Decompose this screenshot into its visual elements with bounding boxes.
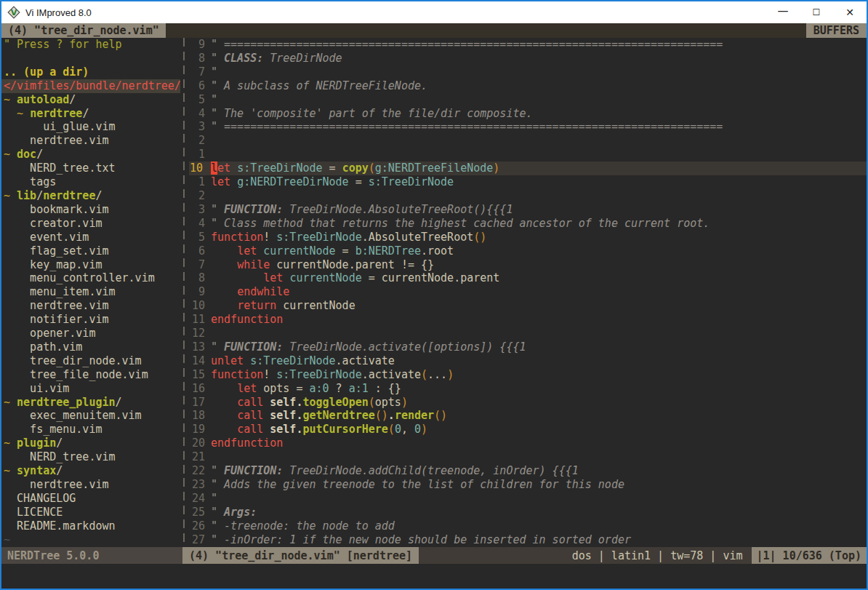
code-line[interactable]: 25" Args: [189, 506, 867, 519]
code-line[interactable]: 5function! s:TreeDirNode.AbsoluteTreeRoo… [189, 231, 867, 244]
tree-item[interactable]: ~ lib/nerdtree/ [1, 189, 180, 203]
tree-item[interactable]: path.vim [1, 340, 180, 354]
code-line[interactable]: 8 let currentNode = currentNode.parent [189, 271, 867, 285]
window-title: Vi IMproved 8.0 [25, 7, 92, 18]
code-line[interactable]: 3" FUNCTION: TreeDirNode.AbsoluteTreeRoo… [189, 203, 867, 217]
code-line[interactable]: 15function! s:TreeDirNode.activate(...) [189, 368, 867, 382]
tree-item[interactable]: flag_set.vim [1, 244, 180, 258]
minimize-button[interactable]: — [766, 1, 800, 23]
close-button[interactable]: ✕ [833, 1, 867, 23]
code-line[interactable]: 20endfunction [189, 436, 867, 450]
tree-item[interactable]: tree_file_node.vim [1, 368, 180, 382]
tree-item[interactable]: ~ nerdtree_plugin/ [1, 396, 180, 410]
line-number: 2 [189, 134, 211, 148]
line-number: 18 [189, 409, 211, 423]
code-line[interactable]: 7" [189, 65, 867, 79]
tree-item[interactable]: key_map.vim [1, 258, 180, 272]
tree-item[interactable]: ~ [1, 533, 180, 547]
line-number: 5 [189, 231, 211, 244]
code-line[interactable]: 21 [189, 450, 867, 464]
code-line[interactable]: 9" =====================================… [189, 38, 867, 52]
tree-item[interactable]: fs_menu.vim [1, 423, 180, 436]
window-controls: — ☐ ✕ [766, 1, 867, 23]
tree-item[interactable]: ~ autoload/ [1, 93, 180, 107]
tree-item[interactable]: exec_menuitem.vim [1, 409, 180, 423]
tree-item[interactable]: opener.vim [1, 327, 180, 340]
code-line[interactable]: 17 call self.toggleOpen(opts) [189, 396, 867, 410]
code-line[interactable]: 9 endwhile [189, 285, 867, 299]
line-number: 27 [189, 533, 211, 547]
tree-item[interactable]: menu_item.vim [1, 285, 180, 299]
tree-item[interactable]: CHANGELOG [1, 492, 180, 506]
tree-item[interactable]: ui.vim [1, 382, 180, 396]
line-number: 19 [189, 423, 211, 436]
code-line[interactable]: 3" =====================================… [189, 120, 867, 134]
maximize-button[interactable]: ☐ [800, 1, 833, 23]
code-text: " The 'composite' part of the file/dir c… [211, 107, 867, 121]
code-line[interactable]: 7 while currentNode.parent != {} [189, 258, 867, 272]
tree-item[interactable] [1, 52, 180, 65]
code-line[interactable]: 11endfunction [189, 313, 867, 327]
code-line[interactable]: 19 call self.putCursorHere(0, 0) [189, 423, 867, 436]
tree-item[interactable]: notifier.vim [1, 313, 180, 327]
code-line[interactable]: 5" [189, 93, 867, 107]
code-line[interactable]: 10let s:TreeDirNode = copy(g:NERDTreeFil… [189, 162, 867, 175]
code-line[interactable]: 2 [189, 134, 867, 148]
code-text: " Class method that returns the highest … [211, 217, 867, 231]
tree-item[interactable]: menu_controller.vim [1, 271, 180, 285]
code-line[interactable]: 12 [189, 327, 867, 340]
line-number: 5 [189, 93, 211, 107]
titlebar[interactable]: V Vi IMproved 8.0 — ☐ ✕ [1, 1, 867, 23]
tree-item[interactable]: README.markdown [1, 519, 180, 533]
nerdtree-statusline: NERDTree 5.0.0 [1, 547, 182, 564]
code-text: " A subclass of NERDTreeFileNode. [211, 79, 867, 93]
tree-item[interactable]: ui_glue.vim [1, 120, 180, 134]
tab-label: (4) "tree_dir_node.vim" [8, 24, 159, 37]
code-text: let opts = a:0 ? a:1 : {} [211, 382, 867, 396]
code-line[interactable]: 16 let opts = a:0 ? a:1 : {} [189, 382, 867, 396]
code-line[interactable]: 10 return currentNode [189, 299, 867, 313]
tree-item[interactable]: ~ plugin/ [1, 436, 180, 450]
code-line[interactable]: 6 let currentNode = b:NERDTree.root [189, 244, 867, 258]
line-number: 4 [189, 217, 211, 231]
line-number: 3 [189, 203, 211, 217]
tree-item[interactable]: nerdtree.vim [1, 134, 180, 148]
tree-item[interactable]: tree_dir_node.vim [1, 354, 180, 368]
tree-item[interactable]: </vimfiles/bundle/nerdtree/ [1, 79, 180, 93]
tree-item[interactable]: tags [1, 175, 180, 189]
code-line[interactable]: 18 call self.getNerdtree().render() [189, 409, 867, 423]
tree-item[interactable]: ~ syntax/ [1, 464, 180, 478]
tree-item[interactable]: LICENCE [1, 506, 180, 519]
code-text: let g:NERDTreeDirNode = s:TreeDirNode [211, 175, 867, 189]
tree-item[interactable]: .. (up a dir) [1, 65, 180, 79]
line-number: 8 [189, 271, 211, 285]
code-line[interactable]: 1let g:NERDTreeDirNode = s:TreeDirNode [189, 175, 867, 189]
tab-tree-dir-node[interactable]: (4) "tree_dir_node.vim" [1, 23, 166, 38]
code-line[interactable]: 26" -treenode: the node to add [189, 519, 867, 533]
code-line[interactable]: 27" -inOrder: 1 if the new node should b… [189, 533, 867, 547]
tree-item[interactable]: NERD_tree.txt [1, 162, 180, 175]
tree-item[interactable]: NERD_tree.vim [1, 450, 180, 464]
tree-item[interactable]: event.vim [1, 231, 180, 244]
code-line[interactable]: 1 [189, 148, 867, 162]
window-split-separator[interactable] [180, 38, 188, 547]
code-line[interactable]: 8" CLASS: TreeDirNode [189, 52, 867, 65]
code-line[interactable]: 6" A subclass of NERDTreeFileNode. [189, 79, 867, 93]
code-line[interactable]: 24" [189, 492, 867, 506]
code-line[interactable]: 22" FUNCTION: TreeDirNode.addChild(treen… [189, 464, 867, 478]
tree-item[interactable]: creator.vim [1, 217, 180, 231]
tree-item[interactable]: " Press ? for help [1, 38, 180, 52]
code-line[interactable]: 4" Class method that returns the highest… [189, 217, 867, 231]
tree-item[interactable]: ~ doc/ [1, 148, 180, 162]
code-line[interactable]: 2 [189, 189, 867, 203]
tree-item[interactable]: nerdtree.vim [1, 478, 180, 492]
command-line[interactable] [1, 564, 867, 589]
tree-item[interactable]: ~ nerdtree/ [1, 107, 180, 121]
code-line[interactable]: 4" The 'composite' part of the file/dir … [189, 107, 867, 121]
tree-item[interactable]: bookmark.vim [1, 203, 180, 217]
code-line[interactable]: 23" Adds the given treenode to the list … [189, 478, 867, 492]
code-line[interactable]: 14unlet s:TreeDirNode.activate [189, 354, 867, 368]
tree-item[interactable]: nerdtree.vim [1, 299, 180, 313]
line-number: 10 [189, 162, 211, 175]
code-line[interactable]: 13" FUNCTION: TreeDirNode.activate([opti… [189, 340, 867, 354]
